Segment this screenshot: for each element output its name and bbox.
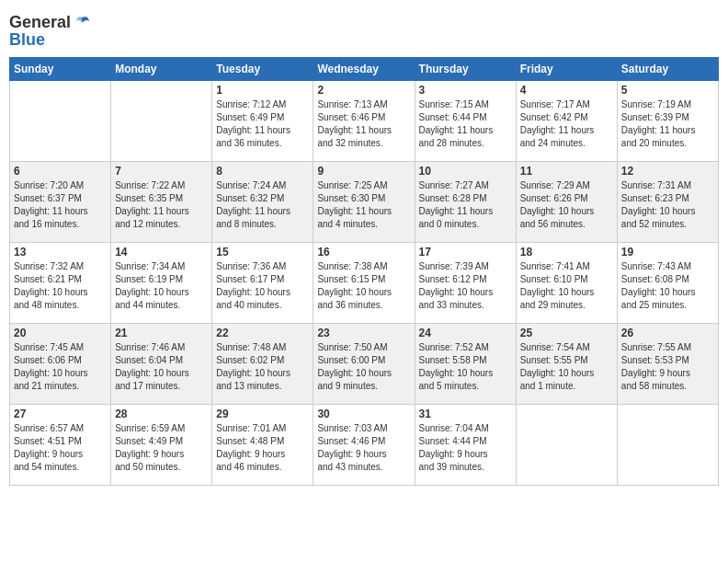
day-number: 28 (115, 408, 208, 420)
calendar-cell: 14Sunrise: 7:34 AM Sunset: 6:19 PM Dayli… (111, 243, 212, 324)
cell-content: Sunrise: 7:01 AM Sunset: 4:48 PM Dayligh… (216, 422, 309, 474)
day-number: 27 (14, 408, 107, 420)
day-number: 26 (621, 327, 714, 339)
cell-content: Sunrise: 7:20 AM Sunset: 6:37 PM Dayligh… (14, 179, 107, 231)
calendar-week-row: 27Sunrise: 6:57 AM Sunset: 4:51 PM Dayli… (10, 405, 719, 486)
day-number: 13 (14, 246, 107, 259)
day-number: 6 (14, 165, 107, 178)
cell-content: Sunrise: 7:52 AM Sunset: 5:58 PM Dayligh… (419, 341, 512, 393)
day-number: 15 (216, 246, 309, 259)
day-number: 18 (520, 246, 613, 259)
page-header: General Blue (9, 9, 719, 50)
calendar-cell: 9Sunrise: 7:25 AM Sunset: 6:30 PM Daylig… (313, 162, 415, 243)
day-number: 11 (520, 165, 613, 178)
calendar-cell: 3Sunrise: 7:15 AM Sunset: 6:44 PM Daylig… (415, 81, 516, 162)
cell-content: Sunrise: 7:22 AM Sunset: 6:35 PM Dayligh… (115, 179, 208, 231)
day-number: 1 (216, 84, 309, 97)
calendar-cell: 11Sunrise: 7:29 AM Sunset: 6:26 PM Dayli… (516, 162, 617, 243)
day-number: 21 (115, 327, 208, 339)
calendar-cell: 5Sunrise: 7:19 AM Sunset: 6:39 PM Daylig… (617, 81, 718, 162)
calendar-cell: 25Sunrise: 7:54 AM Sunset: 5:55 PM Dayli… (516, 324, 617, 405)
calendar-week-row: 1Sunrise: 7:12 AM Sunset: 6:49 PM Daylig… (10, 81, 719, 162)
calendar-cell: 23Sunrise: 7:50 AM Sunset: 6:00 PM Dayli… (313, 324, 415, 405)
day-number: 23 (317, 327, 410, 339)
calendar-cell: 18Sunrise: 7:41 AM Sunset: 6:10 PM Dayli… (516, 243, 617, 324)
cell-content: Sunrise: 7:54 AM Sunset: 5:55 PM Dayligh… (520, 341, 613, 393)
calendar-cell: 2Sunrise: 7:13 AM Sunset: 6:46 PM Daylig… (313, 81, 415, 162)
calendar-day-header: Thursday (415, 58, 516, 81)
logo-general-text: General (9, 13, 71, 32)
day-number: 30 (317, 408, 410, 420)
calendar-day-header: Monday (111, 58, 212, 81)
calendar-cell: 21Sunrise: 7:46 AM Sunset: 6:04 PM Dayli… (111, 324, 212, 405)
calendar-week-row: 6Sunrise: 7:20 AM Sunset: 6:37 PM Daylig… (10, 162, 719, 243)
calendar-cell: 15Sunrise: 7:36 AM Sunset: 6:17 PM Dayli… (212, 243, 313, 324)
calendar-cell: 13Sunrise: 7:32 AM Sunset: 6:21 PM Dayli… (10, 243, 111, 324)
day-number: 12 (621, 165, 714, 178)
cell-content: Sunrise: 7:36 AM Sunset: 6:17 PM Dayligh… (216, 260, 309, 312)
day-number: 14 (115, 246, 208, 259)
day-number: 4 (520, 84, 613, 97)
calendar-day-header: Tuesday (212, 58, 313, 81)
cell-content: Sunrise: 7:25 AM Sunset: 6:30 PM Dayligh… (317, 179, 410, 231)
calendar-cell: 28Sunrise: 6:59 AM Sunset: 4:49 PM Dayli… (111, 405, 212, 486)
calendar-cell: 26Sunrise: 7:55 AM Sunset: 5:53 PM Dayli… (617, 324, 718, 405)
cell-content: Sunrise: 7:38 AM Sunset: 6:15 PM Dayligh… (317, 260, 410, 312)
calendar-day-header: Friday (516, 58, 617, 81)
cell-content: Sunrise: 7:03 AM Sunset: 4:46 PM Dayligh… (317, 422, 410, 474)
day-number: 25 (520, 327, 613, 339)
calendar-week-row: 20Sunrise: 7:45 AM Sunset: 6:06 PM Dayli… (10, 324, 719, 405)
day-number: 22 (216, 327, 309, 339)
day-number: 20 (14, 327, 107, 339)
cell-content: Sunrise: 6:57 AM Sunset: 4:51 PM Dayligh… (14, 422, 107, 474)
day-number: 19 (621, 246, 714, 259)
cell-content: Sunrise: 7:43 AM Sunset: 6:08 PM Dayligh… (621, 260, 714, 312)
logo-blue-text: Blue (9, 30, 45, 50)
cell-content: Sunrise: 7:45 AM Sunset: 6:06 PM Dayligh… (14, 341, 107, 393)
calendar-cell: 30Sunrise: 7:03 AM Sunset: 4:46 PM Dayli… (313, 405, 415, 486)
calendar-cell: 27Sunrise: 6:57 AM Sunset: 4:51 PM Dayli… (10, 405, 111, 486)
day-number: 31 (419, 408, 512, 420)
calendar-day-header: Sunday (10, 58, 111, 81)
day-number: 10 (419, 165, 512, 178)
cell-content: Sunrise: 7:24 AM Sunset: 6:32 PM Dayligh… (216, 179, 309, 231)
calendar-cell: 19Sunrise: 7:43 AM Sunset: 6:08 PM Dayli… (617, 243, 718, 324)
cell-content: Sunrise: 7:41 AM Sunset: 6:10 PM Dayligh… (520, 260, 613, 312)
cell-content: Sunrise: 7:27 AM Sunset: 6:28 PM Dayligh… (419, 179, 512, 231)
cell-content: Sunrise: 7:31 AM Sunset: 6:23 PM Dayligh… (621, 179, 714, 231)
calendar-cell: 1Sunrise: 7:12 AM Sunset: 6:49 PM Daylig… (212, 81, 313, 162)
calendar-cell: 29Sunrise: 7:01 AM Sunset: 4:48 PM Dayli… (212, 405, 313, 486)
calendar-cell: 7Sunrise: 7:22 AM Sunset: 6:35 PM Daylig… (111, 162, 212, 243)
calendar-table: SundayMondayTuesdayWednesdayThursdayFrid… (9, 57, 719, 486)
day-number: 7 (115, 165, 208, 178)
cell-content: Sunrise: 7:04 AM Sunset: 4:44 PM Dayligh… (419, 422, 512, 474)
day-number: 8 (216, 165, 309, 178)
cell-content: Sunrise: 7:13 AM Sunset: 6:46 PM Dayligh… (317, 98, 410, 150)
cell-content: Sunrise: 7:12 AM Sunset: 6:49 PM Dayligh… (216, 98, 309, 150)
calendar-header-row: SundayMondayTuesdayWednesdayThursdayFrid… (10, 58, 719, 81)
cell-content: Sunrise: 7:50 AM Sunset: 6:00 PM Dayligh… (317, 341, 410, 393)
cell-content: Sunrise: 7:32 AM Sunset: 6:21 PM Dayligh… (14, 260, 107, 312)
calendar-cell: 10Sunrise: 7:27 AM Sunset: 6:28 PM Dayli… (415, 162, 516, 243)
calendar-week-row: 13Sunrise: 7:32 AM Sunset: 6:21 PM Dayli… (10, 243, 719, 324)
cell-content: Sunrise: 7:29 AM Sunset: 6:26 PM Dayligh… (520, 179, 613, 231)
calendar-cell: 12Sunrise: 7:31 AM Sunset: 6:23 PM Dayli… (617, 162, 718, 243)
logo: General Blue (9, 9, 91, 50)
calendar-day-header: Saturday (617, 58, 718, 81)
cell-content: Sunrise: 6:59 AM Sunset: 4:49 PM Dayligh… (115, 422, 208, 474)
calendar-cell: 8Sunrise: 7:24 AM Sunset: 6:32 PM Daylig… (212, 162, 313, 243)
cell-content: Sunrise: 7:19 AM Sunset: 6:39 PM Dayligh… (621, 98, 714, 150)
calendar-cell: 24Sunrise: 7:52 AM Sunset: 5:58 PM Dayli… (415, 324, 516, 405)
calendar-cell: 20Sunrise: 7:45 AM Sunset: 6:06 PM Dayli… (10, 324, 111, 405)
cell-content: Sunrise: 7:15 AM Sunset: 6:44 PM Dayligh… (419, 98, 512, 150)
calendar-cell: 6Sunrise: 7:20 AM Sunset: 6:37 PM Daylig… (10, 162, 111, 243)
calendar-day-header: Wednesday (313, 58, 415, 81)
day-number: 9 (317, 165, 410, 178)
day-number: 16 (317, 246, 410, 259)
day-number: 2 (317, 84, 410, 97)
cell-content: Sunrise: 7:55 AM Sunset: 5:53 PM Dayligh… (621, 341, 714, 393)
day-number: 3 (419, 84, 512, 97)
calendar-cell: 17Sunrise: 7:39 AM Sunset: 6:12 PM Dayli… (415, 243, 516, 324)
calendar-cell: 16Sunrise: 7:38 AM Sunset: 6:15 PM Dayli… (313, 243, 415, 324)
day-number: 29 (216, 408, 309, 420)
